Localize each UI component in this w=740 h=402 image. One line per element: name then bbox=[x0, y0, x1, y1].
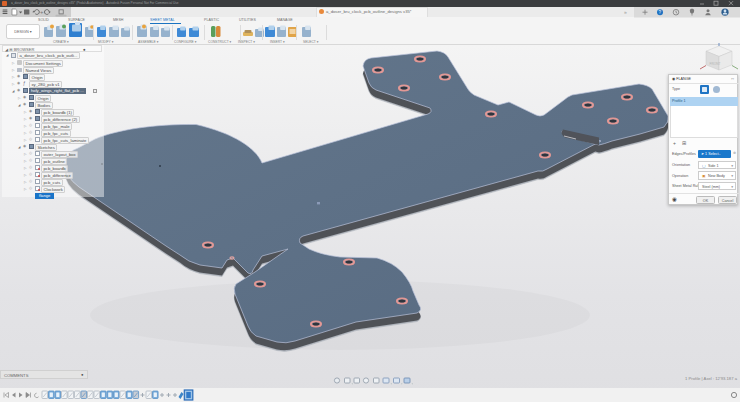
svg-text:FRONT: FRONT bbox=[710, 62, 721, 66]
svg-text:»: » bbox=[624, 9, 627, 15]
svg-text:?: ? bbox=[659, 10, 662, 15]
